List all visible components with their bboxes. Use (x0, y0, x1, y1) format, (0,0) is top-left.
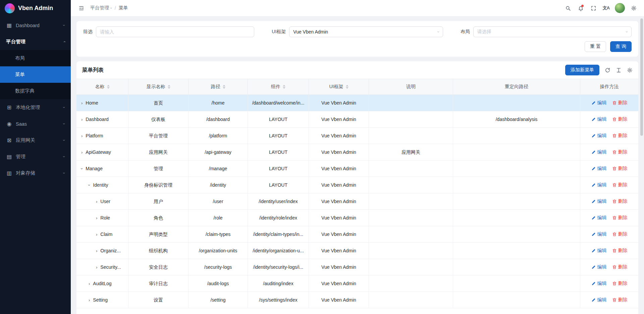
layout-select[interactable]: 请选择 › (473, 26, 632, 37)
page-scrollbar[interactable] (639, 16, 644, 314)
row-expand-icon[interactable]: › (89, 281, 90, 286)
edit-button[interactable]: 编辑 (591, 149, 607, 155)
row-expand-icon[interactable]: › (96, 215, 97, 221)
sidebar-item[interactable]: ⊠ 应用网关 › (0, 132, 71, 148)
table-row[interactable]: › Identity 身份标识管理 /identity LAYOUT Vue V… (76, 177, 638, 193)
edit-button[interactable]: 编辑 (591, 166, 607, 172)
user-avatar[interactable] (615, 3, 625, 13)
edit-button[interactable]: 编辑 (591, 264, 607, 270)
column-settings-button[interactable] (627, 67, 633, 73)
table-row[interactable]: › Organiz... 组织机构 /organization-units /i… (76, 243, 638, 259)
menu-name: Claim (100, 232, 112, 237)
table-row[interactable]: › Dashboard 仪表板 /dashboard LAYOUT Vue Vb… (76, 111, 638, 128)
framework-select[interactable]: Vue Vben Admin › (289, 26, 443, 37)
delete-button[interactable]: 删除 (612, 166, 628, 172)
filter-name-input[interactable] (96, 26, 254, 37)
sidebar-item[interactable]: ▦ Dashboard › (0, 17, 71, 34)
delete-button[interactable]: 删除 (612, 215, 628, 221)
row-expand-icon[interactable]: › (89, 298, 90, 303)
delete-button[interactable]: 删除 (612, 182, 628, 188)
sidebar-item[interactable]: ◉ Saas › (0, 116, 71, 132)
column-header[interactable]: 名称 (76, 79, 128, 95)
table-row[interactable]: › ApiGateway 应用网关 /api-gateway LAYOUT Vu… (76, 144, 638, 161)
table-row[interactable]: › Claim 声明类型 /claim-types /identity/clai… (76, 226, 638, 243)
delete-button[interactable]: 删除 (612, 297, 628, 303)
edit-button[interactable]: 编辑 (591, 116, 607, 122)
row-height-button[interactable] (616, 67, 622, 73)
delete-button[interactable]: 删除 (612, 280, 628, 287)
sidebar-item[interactable]: ▥ 对象存储 › (0, 165, 71, 181)
row-expand-icon[interactable]: › (96, 265, 97, 270)
sidebar-item[interactable]: 数据字典 › (0, 83, 71, 99)
fullscreen-button[interactable] (588, 2, 599, 14)
scrollbar-thumb[interactable] (640, 18, 643, 136)
sort-icon[interactable] (346, 85, 348, 89)
sidebar-fold-button[interactable] (75, 2, 87, 14)
row-expand-icon[interactable]: › (96, 248, 97, 253)
row-expand-icon[interactable]: › (96, 232, 97, 237)
sidebar-item[interactable]: ▤ 管理 › (0, 148, 71, 165)
sidebar-item[interactable]: 菜单 › (0, 66, 71, 83)
edit-button[interactable]: 编辑 (591, 133, 607, 139)
sort-icon[interactable] (107, 85, 110, 89)
edit-button[interactable]: 编辑 (591, 182, 607, 188)
edit-button[interactable]: 编辑 (591, 280, 607, 287)
table-row[interactable]: › Setting 设置 /setting /sys/settings/inde… (76, 292, 638, 308)
row-expand-icon[interactable]: › (81, 117, 83, 122)
filter-layout-label: 布局 (461, 29, 470, 35)
query-button[interactable]: 查 询 (610, 41, 632, 52)
settings-button[interactable] (628, 2, 639, 14)
column-header[interactable]: 说明 (369, 79, 453, 95)
sidebar-item[interactable]: 平台管理 › (0, 34, 71, 50)
add-menu-button[interactable]: 添加新菜单 (565, 65, 599, 75)
sort-icon[interactable] (168, 85, 170, 89)
search-button[interactable] (562, 2, 574, 14)
column-header[interactable]: 路径 (189, 79, 248, 95)
row-expand-icon[interactable]: › (87, 184, 92, 186)
sort-icon[interactable] (283, 85, 285, 89)
delete-button[interactable]: 删除 (612, 133, 628, 139)
row-expand-icon[interactable]: › (81, 101, 83, 106)
sidebar-item[interactable]: ⊞ 本地化管理 › (0, 99, 71, 116)
edit-button[interactable]: 编辑 (591, 297, 607, 303)
notifications-button[interactable] (575, 2, 586, 14)
edit-button[interactable]: 编辑 (591, 248, 607, 254)
column-header[interactable]: 显示名称 (128, 79, 189, 95)
column-header[interactable]: 重定向路径 (453, 79, 580, 95)
refresh-button[interactable] (605, 67, 610, 73)
table-row[interactable]: › Platform 平台管理 /platform LAYOUT Vue Vbe… (76, 128, 638, 144)
table-row[interactable]: › User 用户 /user /identity/user/index Vue… (76, 193, 638, 210)
table-row[interactable]: › Home 首页 /home /dashboard/welcome/in...… (76, 95, 638, 111)
delete-button[interactable]: 删除 (612, 198, 628, 204)
row-expand-icon[interactable]: › (81, 150, 83, 155)
sort-icon[interactable] (223, 85, 225, 89)
delete-button[interactable]: 删除 (612, 248, 628, 254)
delete-button[interactable]: 删除 (612, 149, 628, 155)
delete-button[interactable]: 删除 (612, 116, 628, 122)
row-expand-icon[interactable]: › (81, 133, 83, 138)
breadcrumb-root[interactable]: 平台管理 › (90, 5, 112, 11)
cell-display-name: 仪表板 (128, 111, 189, 127)
table-row[interactable]: › AuditLog 审计日志 /audit-logs /auditing/in… (76, 275, 638, 292)
table-row[interactable]: › Manage 管理 /manage LAYOUT Vue Vben Admi… (76, 161, 638, 177)
column-header[interactable]: 组件 (248, 79, 309, 95)
cell-ui-framework: Vue Vben Admin (309, 161, 369, 177)
edit-button[interactable]: 编辑 (591, 198, 607, 204)
logo[interactable]: Vben Admin (0, 0, 71, 16)
row-expand-icon[interactable]: › (79, 168, 85, 169)
table-row[interactable]: › Role 角色 /role /identity/role/index Vue… (76, 210, 638, 226)
table-row[interactable]: › Security... 安全日志 /security-logs /ident… (76, 259, 638, 275)
column-header[interactable]: UI框架 (309, 79, 369, 95)
sidebar-item[interactable]: 布局 › (0, 50, 71, 66)
delete-button[interactable]: 删除 (612, 231, 628, 237)
delete-button[interactable]: 删除 (612, 264, 628, 270)
trash-icon (612, 215, 617, 220)
language-button[interactable]: 文A (600, 2, 612, 14)
edit-button[interactable]: 编辑 (591, 100, 607, 106)
edit-button[interactable]: 编辑 (591, 215, 607, 221)
delete-button[interactable]: 删除 (612, 100, 628, 106)
reset-button[interactable]: 重 置 (585, 41, 606, 52)
edit-button[interactable]: 编辑 (591, 231, 607, 237)
column-header[interactable]: 操作方法 (580, 79, 638, 95)
row-expand-icon[interactable]: › (96, 199, 97, 204)
